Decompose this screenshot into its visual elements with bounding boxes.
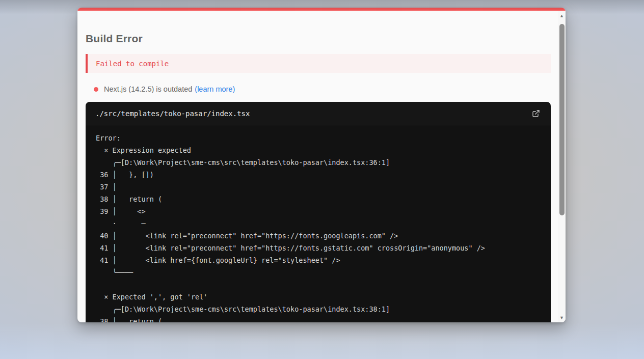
build-error-modal: Build Error Failed to compile Next.js (1… — [77, 8, 566, 322]
status-dot-icon — [94, 87, 98, 92]
modal-content: Build Error Failed to compile Next.js (1… — [77, 11, 558, 322]
external-link-icon — [532, 109, 540, 118]
file-path: ./src/templates/toko-pasar/index.tsx — [95, 109, 250, 118]
version-notice: Next.js (14.2.5) is outdated (learn more… — [86, 84, 551, 94]
terminal-text: Error: × Expression expected ╭─[D:\Work\… — [96, 132, 542, 322]
scroll-down-icon[interactable]: ▼ — [558, 314, 566, 321]
version-notice-text: Next.js (14.2.5) is outdated — [104, 85, 192, 93]
scroll-up-icon[interactable]: ▲ — [558, 12, 566, 19]
scrollbar-thumb[interactable] — [559, 24, 565, 215]
open-in-editor-button[interactable] — [531, 108, 541, 119]
code-panel-header: ./src/templates/toko-pasar/index.tsx — [86, 102, 551, 125]
modal-scrollbar[interactable]: ▲ ▼ — [558, 11, 566, 322]
failed-to-compile-text: Failed to compile — [96, 60, 169, 68]
error-code-panel: ./src/templates/toko-pasar/index.tsx Err… — [86, 102, 551, 322]
terminal-output: Error: × Expression expected ╭─[D:\Work\… — [86, 125, 551, 322]
page-title: Build Error — [86, 32, 551, 46]
learn-more-link[interactable]: (learn more) — [195, 85, 235, 93]
failed-to-compile-banner: Failed to compile — [86, 54, 551, 73]
